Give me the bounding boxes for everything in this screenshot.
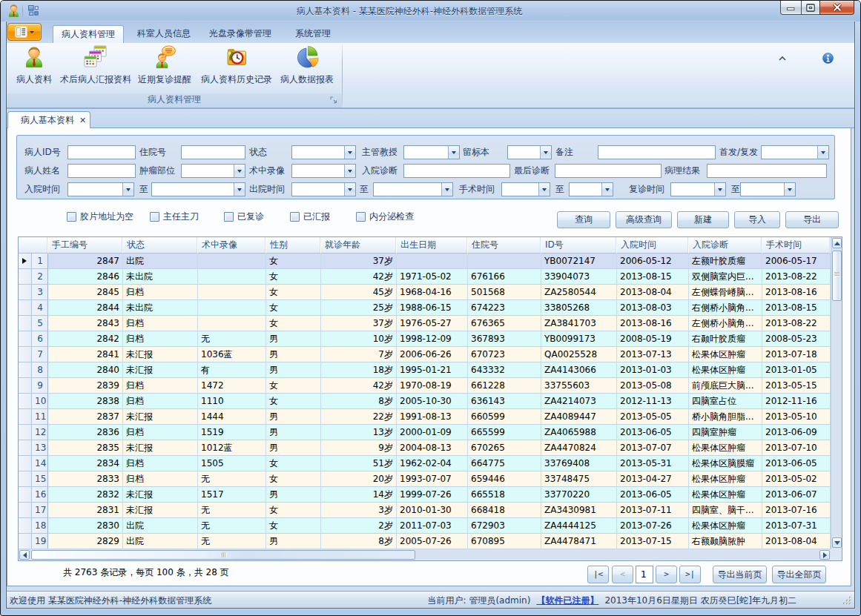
grid-column-header-11[interactable]: 手术时间 [762, 237, 831, 254]
grid-cell[interactable]: 367893 [468, 331, 541, 347]
grid-column-header-9[interactable]: 入院时间 [617, 237, 689, 254]
last-page-button[interactable]: >| [679, 566, 701, 583]
ribbon-button-4[interactable]: 病人资料历史记录 [198, 44, 275, 93]
filter-input-1-5[interactable] [707, 164, 827, 178]
grid-cell[interactable]: 2013-05-31 [617, 456, 689, 471]
grid-cell[interactable]: 1968-04-16 [397, 285, 468, 300]
grid-cell[interactable]: 2013-08-03 [617, 300, 689, 316]
grid-cell[interactable]: 松果体区脑膜瘤 [689, 456, 762, 471]
grid-cell[interactable]: 左额叶胶质瘤 [689, 254, 762, 269]
grid-cell[interactable]: 出院 [123, 254, 198, 269]
grid-cell[interactable]: 2837 [48, 409, 123, 425]
grid-cell[interactable]: 四脑室占位 [689, 394, 762, 409]
grid-cell[interactable]: 25岁 [321, 300, 397, 316]
grid-cell[interactable]: 2843 [48, 316, 123, 331]
grid-cell[interactable]: 2013-08-15 [617, 269, 689, 285]
grid-cell[interactable]: 636143 [468, 394, 541, 409]
grid-cell[interactable]: ZA4089447 [541, 409, 617, 425]
grid-cell[interactable]: 2013-07-31 [762, 518, 831, 534]
grid-cell[interactable]: 2013-07-11 [617, 503, 689, 518]
close-button[interactable] [819, 1, 854, 15]
grid-cell[interactable]: 女 [266, 285, 321, 300]
grid-cell[interactable]: 2006-05-12 [617, 254, 689, 269]
grid-cell[interactable]: 女 [266, 518, 321, 534]
filter-checkbox-2[interactable]: 主任主刀 [150, 211, 199, 222]
filter-combo-0-3[interactable] [403, 145, 460, 159]
grid-cell[interactable]: 13岁 [321, 425, 397, 440]
grid-cell[interactable]: 无 [198, 471, 266, 487]
grid-cell[interactable]: 659446 [468, 471, 541, 487]
grid-cell[interactable]: 左侧蝶骨嵴脑... [689, 285, 762, 300]
next-page-button[interactable]: > [656, 566, 677, 583]
grid-cell[interactable]: 8岁 [321, 534, 397, 549]
grid-cell[interactable]: 未汇报 [123, 503, 198, 518]
grid-cell[interactable]: 无 [198, 534, 266, 549]
grid-cell[interactable]: 1988-06-15 [397, 300, 468, 316]
grid-cell[interactable]: 676365 [468, 316, 541, 331]
combo-dropdown-button[interactable] [344, 146, 355, 159]
grid-cell[interactable]: 2832 [48, 487, 123, 503]
grid-cell[interactable]: 1012蓝 [198, 440, 266, 456]
grid-cell[interactable]: 四脑室、脑干... [689, 503, 762, 518]
combo-dropdown-button[interactable] [817, 146, 828, 159]
grid-cell[interactable]: 松果体区肿瘤 [689, 487, 762, 503]
combo-dropdown-button[interactable] [441, 183, 452, 196]
scroll-down-button[interactable] [832, 537, 842, 548]
grid-cell[interactable]: 1976-05-27 [397, 316, 468, 331]
grid-cell[interactable]: 2013-08-22 [762, 269, 831, 285]
grid-cell[interactable]: 501568 [468, 285, 541, 300]
grid-column-header-7[interactable]: 住院号 [468, 237, 541, 254]
grid-cell[interactable]: 右额颞脑脓肿 [689, 534, 762, 549]
grid-column-header-4[interactable]: 性别 [266, 237, 321, 254]
table-row-16[interactable]: 162832未汇报1517男14岁1999-07-266655183377022… [19, 487, 831, 503]
grid-cell[interactable]: 男 [266, 425, 321, 440]
grid-cell[interactable]: 2012-11-13 [617, 394, 689, 409]
grid-cell[interactable]: 未出院 [123, 269, 198, 285]
grid-cell[interactable]: 松果体区肿瘤 [689, 471, 762, 487]
export-current-page-button[interactable]: 导出当前页 [713, 566, 767, 583]
grid-cell[interactable]: 2岁 [321, 518, 397, 534]
grid-cell[interactable]: 2008-05-19 [617, 331, 689, 347]
grid-cell[interactable]: 20岁 [321, 471, 397, 487]
combo-dropdown-button[interactable] [344, 183, 355, 196]
grid-cell[interactable]: 有 [198, 362, 266, 378]
grid-cell[interactable]: 2845 [48, 285, 123, 300]
tab-close-icon[interactable]: ✕ [79, 116, 86, 125]
grid-cell[interactable]: 2010-01-30 [397, 503, 468, 518]
checkbox-box[interactable] [356, 212, 366, 222]
grid-cell[interactable]: 2834 [48, 456, 123, 471]
combo-dropdown-button[interactable] [122, 183, 133, 196]
grid-cell[interactable]: 左侧桥小脑角... [689, 316, 762, 331]
resize-grip-icon[interactable] [842, 596, 852, 606]
filter-input-0-5[interactable] [598, 145, 716, 159]
grid-cell[interactable]: 1519 [198, 425, 266, 440]
minimize-button[interactable] [780, 1, 802, 15]
grid-cell[interactable]: 未汇报 [123, 347, 198, 362]
grid-cell[interactable]: 10岁 [321, 331, 397, 347]
grid-cell[interactable]: 33805268 [541, 300, 617, 316]
checkbox-box[interactable] [150, 212, 159, 222]
grid-cell[interactable]: 2013-07-13 [617, 347, 689, 362]
grid-cell[interactable]: 42岁 [321, 269, 397, 285]
grid-cell[interactable]: 1998-12-09 [397, 331, 468, 347]
grid-cell[interactable]: 女 [266, 254, 321, 269]
grid-cell[interactable]: ZA3430981 [541, 503, 617, 518]
grid-cell[interactable]: 2013-07-26 [617, 518, 689, 534]
grid-cell[interactable]: 37岁 [321, 254, 397, 269]
grid-cell[interactable]: 2840 [48, 362, 123, 378]
table-row-18[interactable]: 182830出院无女2岁2011-07-03672903ZA4444125201… [19, 518, 831, 534]
grid-cell[interactable]: 2013-05-10 [762, 409, 831, 425]
dialog-launcher-icon[interactable] [330, 96, 337, 104]
combo-dropdown-button[interactable] [601, 183, 613, 196]
grid-cell[interactable]: QA0025528 [541, 347, 617, 362]
grid-cell[interactable]: 7岁 [321, 347, 397, 362]
grid-cell[interactable]: 2841 [48, 347, 123, 362]
first-page-button[interactable]: |< [587, 566, 609, 583]
grid-cell[interactable]: 2013-05-15 [762, 378, 831, 394]
grid-cell[interactable]: 664775 [468, 456, 541, 471]
ribbon-button-3[interactable]: 近期复诊提醒 [131, 44, 198, 93]
grid-cell[interactable] [198, 300, 266, 316]
filter-combo-1-2[interactable] [291, 164, 356, 178]
grid-cell[interactable]: 未汇报 [123, 409, 198, 425]
grid-cell[interactable]: 1970-08-19 [397, 378, 468, 394]
